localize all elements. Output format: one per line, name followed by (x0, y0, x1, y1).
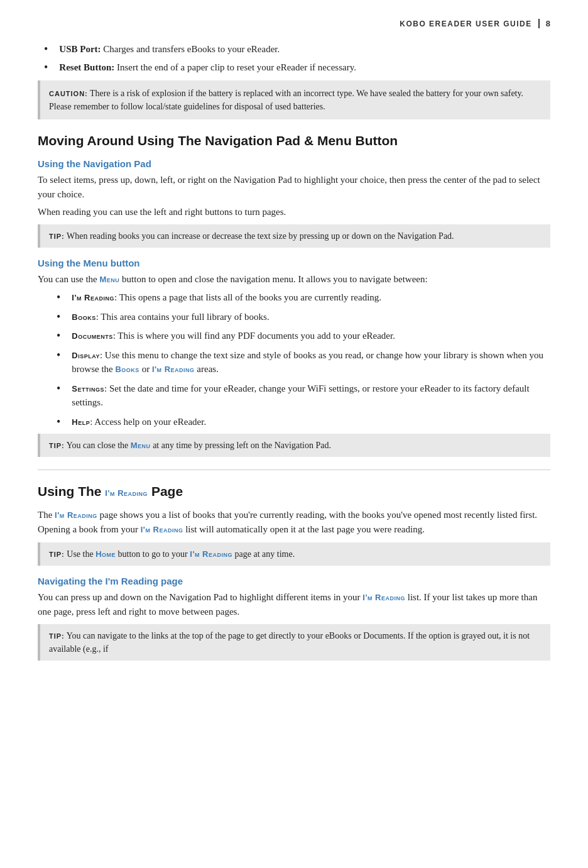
section2-para1: The I'm Reading page shows you a list of… (38, 508, 550, 537)
books-label: Books (72, 312, 95, 322)
help-label: Help (72, 417, 90, 427)
header-title: Kobo eReader User Guide (400, 19, 532, 28)
nav-tip-text: You can navigate to the links at the top… (49, 631, 530, 654)
caution-text: There is a risk of explosion if the batt… (49, 89, 523, 111)
list-item: • Reset Button: Insert the end of a pape… (38, 60, 550, 75)
s2-tip-after: page at any time. (232, 549, 295, 559)
s2-tip-im-reading: I'm Reading (190, 549, 232, 559)
menu-items-list: • I'm Reading: This opens a page that li… (38, 290, 550, 429)
nav-tip-label: TIP: (49, 632, 65, 640)
reset-button-label: Reset Button: (59, 62, 114, 72)
menu-tip-label: TIP: (49, 442, 65, 449)
bullet-icon: • (57, 292, 60, 303)
nav-pad-tip-text: When reading books you can increase or d… (67, 231, 454, 241)
list-item: • Documents: This is where you will find… (38, 329, 550, 343)
menu-para-after: button to open and close the navigation … (119, 274, 427, 284)
bullet-icon: • (44, 43, 48, 55)
nav-pad-para1: To select items, press up, down, left, o… (38, 173, 550, 202)
nav-pad-tip-label: TIP: (49, 233, 65, 240)
nav-im-reading-subheading: Navigating the I'm Reading page (38, 576, 550, 586)
list-item: • Books: This area contains your full li… (38, 310, 550, 324)
section-divider (38, 470, 550, 470)
nav-im-reading-para: You can press up and down on the Navigat… (38, 590, 550, 620)
section2-tip-box: TIP: Use the Home button to go to your I… (38, 542, 550, 566)
nav-pad-subheading: Using the Navigation Pad (38, 158, 550, 169)
bullet-icon: • (57, 416, 60, 427)
caution-box: Caution: There is a risk of explosion if… (38, 80, 550, 119)
bullet-icon: • (44, 62, 48, 73)
usb-port-text: USB Port: Charges and transfers eBooks t… (59, 42, 550, 57)
s2-tip-mid: button to go to your (116, 549, 190, 559)
im-reading-item: I'm Reading: This opens a page that list… (72, 290, 550, 305)
menu-tip-box: TIP: You can close the Menu at any time … (38, 434, 550, 457)
s2-im-reading-2: I'm Reading (141, 525, 183, 534)
menu-para-before: You can use the (38, 274, 99, 284)
im-reading-label: I'm Reading (72, 293, 114, 302)
s2-home-word: Home (95, 549, 116, 559)
top-bullet-list: • USB Port: Charges and transfers eBooks… (38, 42, 550, 74)
page-container: Kobo eReader User Guide 8 • USB Port: Ch… (0, 0, 588, 695)
list-item: • USB Port: Charges and transfers eBooks… (38, 42, 550, 57)
menu-word: Menu (99, 275, 119, 284)
documents-text: : This is where you will find any PDF do… (113, 331, 395, 341)
page-header: Kobo eReader User Guide 8 (38, 19, 550, 31)
section2-heading: Using The I'm Reading Page (38, 484, 550, 499)
menu-tip-after: at any time by pressing left on the Navi… (151, 441, 331, 450)
nav-im-reading-ref: I'm Reading (362, 593, 405, 602)
usb-port-label: USB Port: (59, 44, 101, 54)
bullet-icon: • (57, 349, 60, 361)
list-item: • Settings: Set the date and time for yo… (38, 382, 550, 410)
menu-tip-before: You can close the (67, 441, 131, 450)
documents-label: Documents (72, 331, 112, 341)
settings-label: Settings (72, 384, 104, 393)
nav-im-reading-tip-box: TIP: You can navigate to the links at th… (38, 624, 550, 661)
settings-item: Settings: Set the date and time for your… (72, 382, 550, 410)
books-text: : This area contains your full library o… (96, 312, 270, 322)
display-label: Display (72, 351, 100, 360)
menu-tip-menu-word: Menu (131, 441, 151, 450)
im-reading-text: : This opens a page that lists all of th… (114, 292, 381, 302)
reset-button-text: Reset Button: Insert the end of a paper … (59, 60, 550, 75)
caution-label: Caution: (49, 90, 88, 97)
help-item: Help: Access help on your eReader. (72, 415, 550, 429)
section1-heading: Moving Around Using The Navigation Pad &… (38, 133, 550, 148)
page-number: 8 (538, 19, 550, 28)
bullet-icon: • (57, 311, 60, 322)
nav-pad-para2: When reading you can use the left and ri… (38, 205, 550, 219)
bullet-icon: • (57, 383, 60, 394)
documents-item: Documents: This is where you will find a… (72, 329, 550, 343)
bullet-icon: • (57, 330, 60, 341)
list-item: • Display: Use this menu to change the t… (38, 348, 550, 376)
s2-tip-label: TIP: (49, 551, 65, 558)
books-item: Books: This area contains your full libr… (72, 310, 550, 324)
s2-tip-before: Use the (67, 549, 95, 559)
s2-para-before: The (38, 510, 55, 520)
display-books-link: Books (115, 365, 139, 374)
menu-button-para: You can use the Menu button to open and … (38, 272, 550, 287)
list-item: • I'm Reading: This opens a page that li… (38, 290, 550, 305)
s2-im-reading-1: I'm Reading (55, 510, 97, 520)
nav-para-before: You can press up and down on the Navigat… (38, 592, 362, 602)
list-item: • Help: Access help on your eReader. (38, 415, 550, 429)
display-item: Display: Use this menu to change the tex… (72, 348, 550, 376)
section2-im-reading-heading: I'm Reading (105, 488, 148, 498)
s2-para-after: list will automatically open it at the l… (183, 524, 424, 534)
nav-pad-tip-box: TIP: When reading books you can increase… (38, 224, 550, 248)
menu-button-subheading: Using the Menu button (38, 258, 550, 268)
display-imreading-link: I'm Reading (152, 365, 195, 374)
